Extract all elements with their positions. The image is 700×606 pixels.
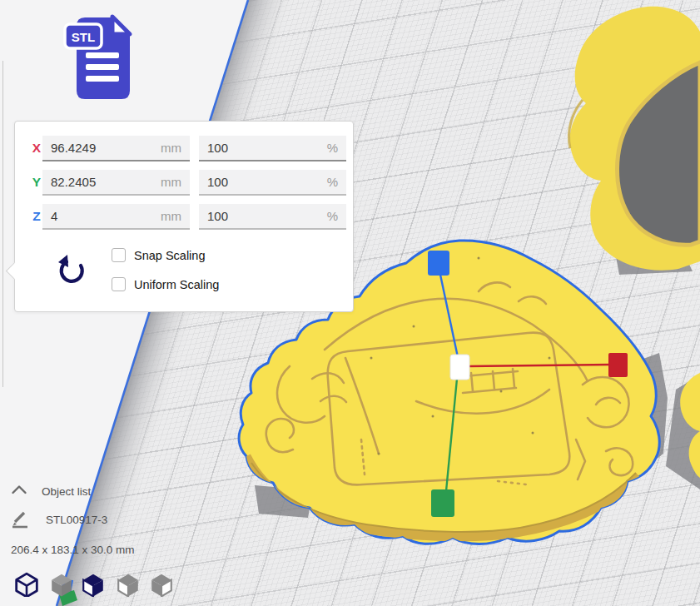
reset-icon (56, 255, 87, 288)
axis-label-x: X (30, 141, 43, 156)
scale-handle-center-white[interactable] (450, 355, 469, 380)
x-percent-value[interactable]: 100 (207, 141, 307, 155)
cutter-object-top-right[interactable] (568, 7, 700, 271)
z-percent-field[interactable]: 100 % (199, 204, 346, 230)
view-front-button[interactable] (49, 572, 74, 597)
model-dimensions-label: 206.4 x 183.1 x 30.0 mm (11, 544, 135, 556)
cube-front-icon (49, 572, 74, 597)
x-mm-value[interactable]: 96.4249 (51, 141, 151, 155)
cube-3d-icon (14, 572, 39, 597)
z-percent-value[interactable]: 100 (207, 209, 307, 223)
object-list-item-name[interactable]: STL00917-3 (46, 514, 107, 526)
x-percent-unit: % (327, 141, 338, 155)
z-mm-value[interactable]: 4 (51, 209, 151, 223)
z-percent-unit: % (327, 209, 338, 223)
scale-row-x: X 96.4249 mm 100 % (15, 136, 353, 162)
y-mm-unit: mm (161, 175, 181, 189)
chevron-up-icon[interactable] (11, 484, 27, 495)
y-mm-field[interactable]: 82.2405 mm (42, 170, 190, 196)
x-percent-field[interactable]: 100 % (199, 136, 346, 161)
scale-row-z: Z 4 mm 100 % (15, 204, 353, 231)
scale-handle-y-green[interactable] (431, 489, 454, 517)
scale-handle-z-blue[interactable] (428, 251, 449, 276)
reset-scale-button[interactable] (55, 255, 88, 290)
uniform-scaling-label: Uniform Scaling (134, 277, 219, 292)
cube-right-icon (149, 572, 174, 597)
left-toolbar-edge (2, 61, 3, 387)
cube-top-icon (81, 572, 106, 597)
scale-handle-x-red[interactable] (608, 353, 628, 377)
pencil-icon (10, 509, 30, 529)
x-mm-unit: mm (161, 141, 181, 155)
axis-label-y: Y (30, 175, 43, 190)
cube-left-icon (116, 572, 141, 597)
uniform-scaling-checkbox[interactable] (112, 277, 126, 291)
stl-badge-label: STL (72, 30, 95, 44)
view-top-button[interactable] (81, 572, 106, 597)
view-3d-button[interactable] (14, 572, 39, 597)
axis-label-z: Z (30, 209, 43, 224)
y-percent-value[interactable]: 100 (207, 175, 307, 189)
stl-file-icon: STL (63, 13, 140, 103)
scale-tool-panel: X 96.4249 mm 100 % Y 82.2405 mm 100 % Z … (14, 121, 354, 312)
y-percent-field[interactable]: 100 % (199, 170, 346, 196)
snap-scaling-label: Snap Scaling (134, 248, 205, 263)
z-mm-unit: mm (161, 209, 181, 223)
x-mm-field[interactable]: 96.4249 mm (42, 136, 190, 161)
view-right-button[interactable] (149, 572, 174, 597)
y-mm-value[interactable]: 82.2405 (51, 175, 151, 189)
view-left-button[interactable] (116, 572, 141, 597)
z-mm-field[interactable]: 4 mm (42, 204, 190, 230)
snap-scaling-checkbox[interactable] (112, 248, 126, 262)
object-list-header[interactable]: Object list (42, 485, 91, 498)
scale-row-y: Y 82.2405 mm 100 % (15, 170, 353, 196)
y-percent-unit: % (327, 175, 338, 189)
